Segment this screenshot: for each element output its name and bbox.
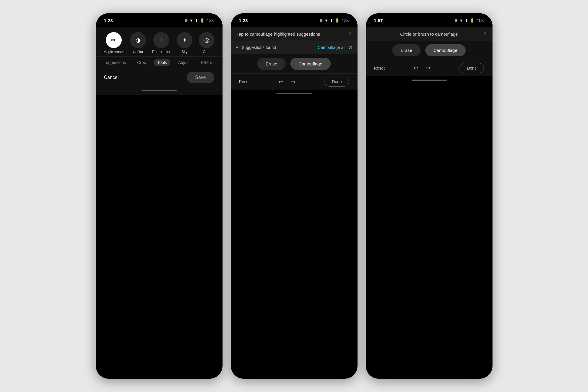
magic-eraser-label: Magic eraser — [103, 50, 124, 54]
bottom-action-row-1: Cancel Save — [96, 68, 223, 87]
camouflage-button-2[interactable]: Camouflage — [290, 58, 331, 70]
magic-eraser-icon-circle[interactable]: ✏ — [106, 32, 122, 48]
status-time-3: 1:57 — [374, 18, 383, 23]
redo-icon-3[interactable] — [426, 65, 431, 71]
home-indicator-2 — [231, 90, 358, 98]
home-bar-1 — [141, 90, 177, 91]
action-buttons-2: Erase Camouflage — [231, 54, 358, 73]
hint-text-2: Tap to camouflage highlighted suggestion… — [237, 32, 320, 37]
tool-portrait-blur[interactable]: ⁘ Portrait blur — [152, 32, 170, 54]
undo-icon-3[interactable] — [414, 65, 418, 71]
portrait-blur-label: Portrait blur — [152, 50, 170, 54]
close-suggestions-button[interactable]: ✕ — [348, 44, 353, 51]
action-buttons-3: Erase Camouflage — [366, 41, 493, 60]
status-icons-2: ⊖ ▼ ⬆ 🔋 45% — [319, 18, 349, 23]
status-battery-pct-2: 45% — [341, 18, 349, 23]
save-button[interactable]: Save — [187, 72, 214, 83]
reset-button-3[interactable]: Reset — [374, 66, 385, 70]
status-icons-3: ⊖ ▼ ⬆ 🔋 41% — [454, 18, 484, 23]
bottom-tools-1: ✏ Magic eraser ◑ Unblur ⁘ Portrait blur — [96, 27, 223, 95]
phone-frame-1: 1:28 ⊖ ▼ ⬆ 🔋 45% — [96, 13, 223, 379]
tool-unblur[interactable]: ◑ Unblur — [130, 32, 146, 54]
bottom-nav-3: Reset Done — [366, 60, 493, 76]
color-icon: ◎ — [204, 37, 209, 44]
suggestions-bar: Suggestions found Camouflage all ✕ — [231, 41, 358, 54]
color-icon-circle[interactable]: ◎ — [199, 32, 215, 48]
magic-eraser-icon: ✏ — [111, 37, 116, 44]
hint-text-3: Circle or brush to camouflage — [400, 32, 458, 37]
camouflage-button-3[interactable]: Camouflage — [425, 44, 466, 56]
status-bar-3: 1:57 ⊖ ▼ ⬆ 🔋 41% — [366, 13, 493, 27]
home-indicator-1 — [96, 87, 223, 95]
portrait-blur-icon-circle[interactable]: ⁘ — [153, 32, 169, 48]
screenshots-container: 1:28 ⊖ ▼ ⬆ 🔋 45% — [0, 1, 588, 391]
portrait-blur-icon: ⁘ — [159, 37, 164, 44]
status-battery-icon-3: 🔋 — [470, 18, 475, 23]
home-bar-3 — [411, 80, 447, 81]
status-battery-icon: 🔋 — [200, 18, 205, 23]
status-battery-pct-3: 41% — [476, 18, 484, 23]
nav-icons-2 — [279, 78, 296, 85]
sky-icon-circle[interactable]: ✦ — [177, 32, 192, 48]
tool-magic-eraser[interactable]: ✏ Magic eraser — [103, 32, 124, 54]
tab-crop[interactable]: Crop — [134, 59, 149, 66]
cancel-button[interactable]: Cancel — [104, 75, 119, 80]
tools-row: ✏ Magic eraser ◑ Unblur ⁘ Portrait blur — [96, 32, 223, 54]
status-wifi-icon: ▼ — [190, 18, 193, 23]
status-bar-1: 1:28 ⊖ ▼ ⬆ 🔋 45% — [96, 13, 223, 27]
hint-bar-2: Tap to camouflage highlighted suggestion… — [231, 27, 358, 41]
status-wifi-icon-3: ▼ — [459, 18, 463, 23]
unblur-icon: ◑ — [136, 37, 141, 44]
reset-button-2[interactable]: Reset — [239, 79, 250, 84]
status-bt-icon-3: ⬆ — [465, 18, 468, 23]
status-signal-icon-3: ⊖ — [454, 18, 458, 23]
nav-icons-3 — [414, 65, 431, 71]
tab-suggestions[interactable]: uggestions — [103, 59, 130, 66]
phone-frame-2: 1:28 ⊖ ▼ ⬆ 🔋 45% Tap to camouflage highl… — [231, 13, 358, 379]
done-button-3[interactable]: Done — [459, 63, 484, 73]
home-bar-2 — [276, 93, 312, 94]
hint-help-icon-3[interactable]: ? — [458, 31, 486, 37]
undo-icon-2[interactable] — [279, 78, 283, 85]
tool-color[interactable]: ◎ Co... — [199, 32, 215, 54]
sparkle-icon — [235, 45, 239, 50]
status-wifi-icon-2: ▼ — [325, 18, 328, 23]
status-bt-icon-2: ⬆ — [330, 18, 333, 23]
tab-row: uggestions Crop Tools Adjust Filters — [96, 56, 223, 68]
redo-icon-2[interactable] — [291, 78, 296, 85]
erase-button-2[interactable]: Erase — [257, 58, 285, 70]
unblur-icon-circle[interactable]: ◑ — [130, 32, 146, 48]
erase-button-3[interactable]: Erase — [392, 44, 420, 56]
bottom-nav-2: Reset Done — [231, 73, 358, 90]
unblur-label: Unblur — [133, 50, 143, 54]
status-time-1: 1:28 — [104, 18, 113, 23]
tab-tools[interactable]: Tools — [154, 59, 171, 66]
sky-label: Sky — [182, 50, 187, 54]
tab-filters[interactable]: Filters — [197, 59, 215, 66]
tab-adjust[interactable]: Adjust — [174, 59, 193, 66]
phone-frame-3: 1:57 ⊖ ▼ ⬆ 🔋 41% Circle or brush to camo… — [366, 13, 493, 379]
status-icons-1: ⊖ ▼ ⬆ 🔋 45% — [185, 18, 214, 23]
home-indicator-3 — [366, 76, 493, 84]
status-bar-2: 1:28 ⊖ ▼ ⬆ 🔋 45% — [231, 13, 358, 27]
tool-sky[interactable]: ✦ Sky — [177, 32, 192, 54]
status-signal-icon: ⊖ — [185, 18, 188, 23]
hint-bar-3: Circle or brush to camouflage ? — [366, 27, 493, 41]
status-battery-pct: 45% — [206, 18, 214, 23]
status-battery-icon-2: 🔋 — [335, 18, 340, 23]
done-button-2[interactable]: Done — [325, 77, 349, 87]
status-signal-icon-2: ⊖ — [319, 18, 323, 23]
camouflage-all-button[interactable]: Camouflage all — [318, 45, 345, 50]
status-time-2: 1:28 — [239, 18, 248, 23]
hint-help-icon[interactable]: ? — [348, 31, 351, 37]
suggestions-found-text: Suggestions found — [242, 45, 315, 50]
status-bt-icon: ⬆ — [195, 18, 198, 23]
color-label: Co... — [203, 50, 210, 54]
sky-icon: ✦ — [182, 37, 187, 44]
